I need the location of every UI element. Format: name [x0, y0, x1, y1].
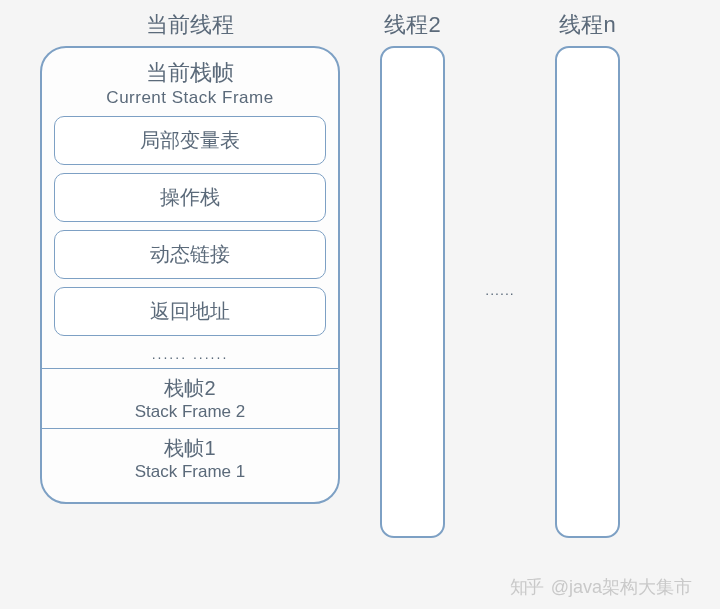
stack-frame-1-en: Stack Frame 1: [54, 462, 326, 482]
thread-2-stack: [380, 46, 445, 538]
local-vars-box: 局部变量表: [54, 116, 326, 165]
stack-frame-2-zh: 栈帧2: [54, 375, 326, 402]
diagram-columns: 当前线程 当前栈帧 Current Stack Frame 局部变量表 操作栈 …: [40, 10, 680, 538]
watermark-text: @java架构大集市: [551, 577, 692, 597]
stack-frame-1-zh: 栈帧1: [54, 435, 326, 462]
zhihu-logo-icon: 知乎: [510, 575, 542, 599]
stack-frame-2-en: Stack Frame 2: [54, 402, 326, 422]
current-frame-title-zh: 当前栈帧: [54, 58, 326, 88]
current-thread-label: 当前线程: [40, 10, 340, 40]
current-frame-title-en: Current Stack Frame: [54, 88, 326, 108]
thread-n-label: 线程n: [555, 10, 620, 40]
ellipsis-text: ......: [485, 282, 514, 298]
thread-2-column: 线程2: [380, 10, 445, 538]
dynamic-link-box: 动态链接: [54, 230, 326, 279]
current-thread-column: 当前线程 当前栈帧 Current Stack Frame 局部变量表 操作栈 …: [40, 10, 340, 504]
watermark: 知乎 @java架构大集市: [510, 575, 692, 599]
thread-n-column: 线程n: [555, 10, 620, 538]
current-thread-stack: 当前栈帧 Current Stack Frame 局部变量表 操作栈 动态链接 …: [40, 46, 340, 504]
return-addr-box: 返回地址: [54, 287, 326, 336]
thread-n-stack: [555, 46, 620, 538]
divider-2: [42, 428, 338, 429]
divider-1: [42, 368, 338, 369]
between-threads-ellipsis: ......: [485, 44, 515, 536]
operand-stack-box: 操作栈: [54, 173, 326, 222]
frame-ellipsis: ...... ......: [54, 346, 326, 362]
thread-2-label: 线程2: [380, 10, 445, 40]
